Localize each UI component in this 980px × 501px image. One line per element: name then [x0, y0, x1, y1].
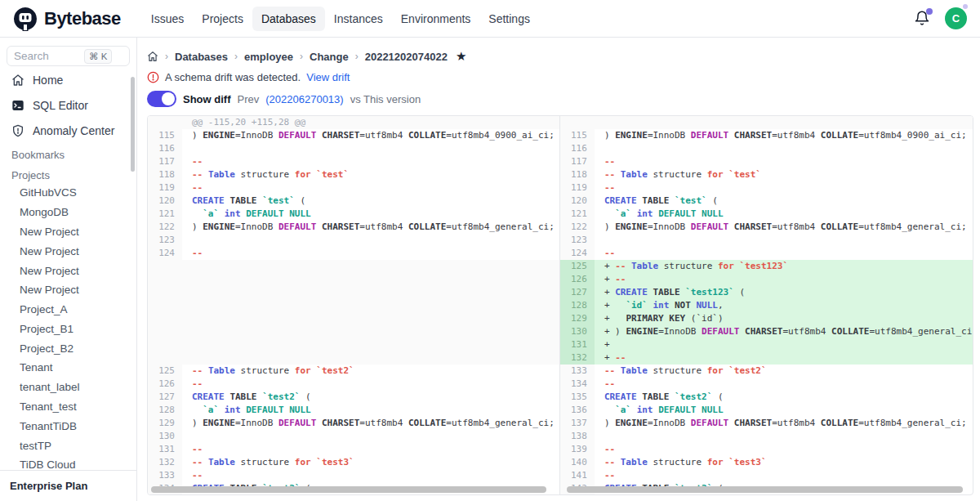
diff-line: 131+	[560, 338, 973, 351]
line-number: 129	[148, 417, 182, 430]
sidebar-section-bookmarks[interactable]: Bookmarks	[7, 142, 130, 163]
line-number: 118	[560, 168, 595, 181]
code-text: --	[595, 247, 973, 260]
top-navigation: Bytebase IssuesProjectsDatabasesInstance…	[0, 0, 980, 38]
diff-line	[148, 260, 559, 273]
code-text	[182, 312, 559, 325]
project-item[interactable]: New Project	[7, 261, 130, 280]
code-text: --	[182, 443, 559, 456]
line-number: 134	[560, 378, 595, 391]
notifications-bell-icon[interactable]	[914, 10, 930, 28]
sidebar-section-projects[interactable]: Projects	[7, 163, 130, 183]
code-text: --	[595, 378, 973, 391]
code-text: ) ENGINE=InnoDB DEFAULT CHARSET=utf8mb4 …	[182, 221, 559, 234]
code-text	[182, 338, 559, 351]
nav-item-settings[interactable]: Settings	[479, 7, 539, 31]
diff-line: 130	[148, 430, 559, 443]
line-number: 130	[560, 325, 595, 338]
line-number: 128	[560, 299, 595, 312]
prev-version-link[interactable]: (202206270013)	[265, 93, 343, 105]
code-text: --	[595, 155, 973, 168]
nav-item-projects[interactable]: Projects	[193, 7, 252, 31]
project-item[interactable]: Project_B2	[7, 338, 130, 358]
project-item[interactable]: New Project	[7, 241, 130, 261]
line-number: 126	[148, 378, 182, 391]
project-item[interactable]: Project_A	[7, 300, 130, 320]
diff-line	[148, 325, 559, 338]
sidebar-item-home[interactable]: Home	[7, 69, 130, 92]
code-text: CREATE TABLE `test2` (	[182, 391, 559, 404]
view-drift-link[interactable]: View drift	[306, 71, 350, 83]
code-text: + `id` int NOT NULL,	[595, 299, 973, 312]
line-number: 129	[560, 312, 595, 325]
project-item[interactable]: GitHubVCS	[7, 183, 130, 203]
nav-item-instances[interactable]: Instances	[325, 7, 392, 31]
diff-line: 119--	[560, 181, 973, 195]
project-item[interactable]: Tenant_test	[7, 397, 130, 417]
notification-badge	[926, 8, 933, 15]
breadcrumb-home-icon[interactable]	[147, 51, 158, 62]
search-input[interactable]	[14, 50, 84, 62]
diff-line: 119--	[148, 181, 559, 195]
line-number: 131	[560, 338, 595, 351]
code-text: --	[182, 155, 559, 168]
line-number: 136	[560, 404, 595, 417]
diff-line: 139--	[560, 443, 973, 456]
show-diff-label: Show diff	[183, 93, 231, 105]
breadcrumb-item-version[interactable]: 20221202074022	[365, 51, 448, 63]
project-item[interactable]: testTP	[7, 436, 130, 455]
nav-item-issues[interactable]: Issues	[142, 7, 193, 31]
diff-line	[148, 312, 559, 325]
breadcrumb-item-databases[interactable]: Databases	[175, 51, 228, 63]
line-number: 126	[560, 273, 595, 286]
project-item[interactable]: Project_B1	[7, 319, 130, 338]
code-text: `a` int DEFAULT NULL	[595, 208, 973, 221]
nav-item-environments[interactable]: Environments	[392, 7, 480, 31]
user-avatar[interactable]: C	[945, 7, 967, 29]
drift-warning-icon	[147, 71, 159, 83]
sidebar-scrollbar[interactable]	[131, 77, 135, 172]
breadcrumb-item-change[interactable]: Change	[310, 51, 349, 63]
code-text: @@ -115,20 +115,28 @@	[182, 116, 559, 129]
project-item[interactable]: MongoDB	[7, 203, 130, 222]
code-text	[595, 116, 973, 129]
code-text: -- Table structure for `test3`	[182, 456, 559, 469]
project-item[interactable]: Tenant	[7, 358, 130, 378]
line-number: 118	[148, 168, 182, 181]
diff-line: 127+ CREATE TABLE `test123` (	[560, 286, 973, 299]
code-text: `a` int DEFAULT NULL	[595, 404, 973, 417]
project-item[interactable]: TenantTiDB	[7, 416, 130, 436]
breadcrumb-item-employee[interactable]: employee	[244, 51, 293, 63]
bookmark-star-icon[interactable]: ★	[456, 49, 466, 64]
line-number	[148, 286, 182, 299]
diff-line: 118-- Table structure for `test`	[148, 168, 559, 181]
diff-line: 131--	[148, 443, 559, 456]
line-number: 125	[560, 260, 595, 273]
line-number: 130	[148, 430, 182, 443]
project-item[interactable]: tenant_label	[7, 378, 130, 397]
horizontal-scrollbar[interactable]	[567, 486, 963, 493]
project-item[interactable]: New Project	[7, 280, 130, 300]
bytebase-logo[interactable]: Bytebase	[13, 7, 121, 31]
diff-line: 115) ENGINE=InnoDB DEFAULT CHARSET=utf8m…	[148, 129, 559, 142]
search-box[interactable]: ⌘ K	[7, 46, 130, 66]
diff-line: 126--	[148, 378, 559, 391]
nav-item-databases[interactable]: Databases	[252, 7, 325, 31]
code-text	[182, 260, 559, 273]
line-number: 131	[148, 443, 182, 456]
line-number: 123	[148, 234, 182, 247]
diff-line: 138	[560, 430, 973, 443]
horizontal-scrollbar[interactable]	[151, 486, 546, 493]
diff-line: 117--	[148, 155, 559, 168]
line-number: 115	[148, 129, 182, 142]
code-text: --	[182, 247, 559, 260]
sidebar-item-anomaly-center[interactable]: Anomaly Center	[7, 119, 130, 142]
code-text	[182, 142, 559, 155]
schema-diff-view: @@ -115,20 +115,28 @@115) ENGINE=InnoDB …	[147, 115, 973, 495]
diff-line: 123	[148, 234, 559, 247]
show-diff-toggle[interactable]	[147, 91, 176, 107]
line-number: 132	[148, 456, 182, 469]
project-item[interactable]: New Project	[7, 222, 130, 242]
diff-toolbar: Show diff Prev (202206270013) vs This ve…	[147, 91, 980, 107]
sidebar-item-sql-editor[interactable]: SQL Editor	[7, 94, 130, 117]
